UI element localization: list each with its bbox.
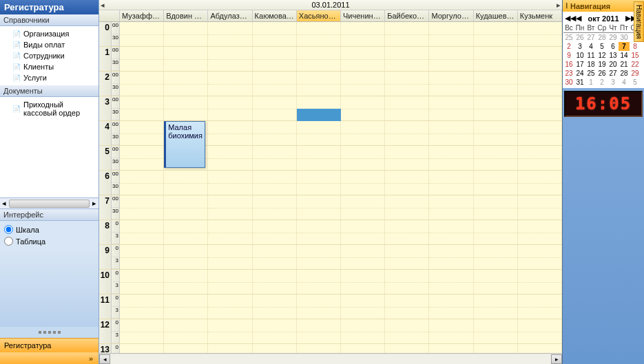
grid-cell[interactable] — [385, 344, 429, 353]
grid-cell[interactable] — [385, 195, 429, 220]
cal-day[interactable]: 5 — [630, 78, 641, 87]
grid-cell[interactable] — [429, 319, 473, 343]
column-header[interactable]: Чиченина Ли... — [341, 10, 385, 21]
grid-cell[interactable] — [429, 245, 473, 269]
grid-cell[interactable] — [341, 344, 385, 353]
view-table-radio[interactable]: Таблица — [3, 235, 96, 247]
grid-cell[interactable] — [208, 96, 252, 120]
grid-cell[interactable] — [253, 220, 297, 244]
grid-cell[interactable] — [164, 22, 208, 46]
grid-cell[interactable] — [429, 22, 473, 46]
cal-day[interactable]: 18 — [585, 60, 596, 69]
grid-cell[interactable] — [429, 344, 473, 353]
grid-cell[interactable] — [297, 72, 341, 96]
hscroll-left-icon[interactable]: ◂ — [99, 354, 110, 364]
grid-cell[interactable] — [474, 121, 518, 145]
grid-cell[interactable] — [120, 319, 164, 343]
grid-cell[interactable] — [474, 270, 518, 294]
column-header[interactable]: Музаффархан... — [120, 10, 164, 21]
grid-cell[interactable] — [253, 72, 297, 96]
column-header[interactable]: Моргулова М... — [429, 10, 473, 21]
cal-day[interactable]: 15 — [630, 51, 641, 60]
grid-cell[interactable] — [474, 47, 518, 71]
grid-cell[interactable] — [164, 344, 208, 353]
hscroll-track[interactable] — [110, 354, 551, 364]
grid-cell[interactable] — [474, 344, 518, 353]
grid-cell[interactable] — [518, 295, 562, 319]
grid-cell[interactable] — [253, 319, 297, 343]
grid-cell[interactable] — [208, 195, 252, 220]
expand-arrow-icon[interactable]: » — [0, 352, 98, 364]
cal-day[interactable]: 29 — [630, 69, 641, 78]
grid-cell[interactable] — [120, 72, 164, 96]
cal-day[interactable]: 2 — [563, 42, 574, 51]
hscroll-right-icon[interactable]: ▸ — [551, 354, 562, 364]
tree-item[interactable]: Виды оплат — [0, 39, 98, 50]
grid-cell[interactable] — [341, 96, 385, 120]
cal-day[interactable]: 8 — [630, 42, 641, 51]
column-header[interactable]: Кудашева Ма... — [474, 10, 518, 21]
grid-cell[interactable] — [385, 220, 429, 244]
cal-day[interactable]: 11 — [585, 51, 596, 60]
grid-cell[interactable] — [297, 195, 341, 220]
grid-cell[interactable] — [341, 121, 385, 145]
grid-cell[interactable] — [208, 22, 252, 46]
tree-item[interactable]: Услуги — [0, 72, 98, 83]
grid-cell[interactable] — [385, 319, 429, 343]
date-next-icon[interactable]: ▸ — [557, 1, 561, 10]
cal-day[interactable]: 7 — [619, 42, 630, 51]
grid-cell[interactable] — [341, 195, 385, 220]
grid-cell[interactable] — [297, 47, 341, 71]
cal-day[interactable]: 27 — [607, 69, 619, 78]
column-header[interactable]: Байбекова Гу... — [385, 10, 429, 21]
grid-cell[interactable] — [341, 22, 385, 46]
cal-day[interactable]: 3 — [574, 42, 585, 51]
grid-cell[interactable] — [518, 319, 562, 343]
grid-cell[interactable] — [518, 171, 562, 195]
cal-day[interactable]: 23 — [563, 69, 574, 78]
cal-day[interactable]: 27 — [585, 33, 596, 42]
tree-item[interactable]: Организация — [0, 28, 98, 39]
grid-cell[interactable] — [164, 47, 208, 71]
grid-cell[interactable] — [474, 220, 518, 244]
grid-cell[interactable] — [429, 295, 473, 319]
schedule-grid[interactable]: 0003010030200303003040030500306003070030… — [99, 22, 562, 353]
cal-day[interactable]: 29 — [607, 33, 619, 42]
grid-cell[interactable] — [253, 344, 297, 353]
grid-cell[interactable] — [429, 96, 473, 120]
grid-cell[interactable] — [120, 146, 164, 170]
grid-cell[interactable] — [429, 195, 473, 220]
cal-day[interactable]: 10 — [574, 51, 585, 60]
cal-day[interactable]: 12 — [596, 51, 607, 60]
grid-cell[interactable] — [474, 319, 518, 343]
grid-cell[interactable] — [164, 319, 208, 343]
column-header[interactable]: Вдовин Дмит... — [164, 10, 208, 21]
grid-cell[interactable] — [120, 96, 164, 120]
grid-cell[interactable] — [297, 319, 341, 343]
cal-prev-icon[interactable]: ◀ — [576, 14, 581, 23]
grid-cell[interactable] — [474, 72, 518, 96]
grid-cell[interactable] — [474, 295, 518, 319]
selection-block[interactable] — [297, 109, 341, 121]
cal-day[interactable]: 21 — [619, 60, 630, 69]
grid-cell[interactable] — [164, 72, 208, 96]
tree-item[interactable]: Сотрудники — [0, 50, 98, 61]
grid-cell[interactable] — [341, 245, 385, 269]
grid-cell[interactable] — [341, 319, 385, 343]
grid-cell[interactable] — [253, 295, 297, 319]
grid-cell[interactable] — [341, 72, 385, 96]
grid-cell[interactable] — [474, 245, 518, 269]
cal-day[interactable]: 28 — [619, 69, 630, 78]
nav-side-tab[interactable]: Навигация — [634, 1, 644, 42]
tree-item[interactable]: Приходный кассовый ордер — [0, 99, 98, 118]
cal-day[interactable]: 26 — [574, 33, 585, 42]
cal-day[interactable]: 13 — [607, 51, 619, 60]
grid-cell[interactable] — [518, 220, 562, 244]
grid-cell[interactable] — [518, 245, 562, 269]
grid-cell[interactable] — [120, 47, 164, 71]
grid-cell[interactable] — [164, 245, 208, 269]
grid-cell[interactable] — [120, 270, 164, 294]
grid-cell[interactable] — [474, 22, 518, 46]
grid-cell[interactable] — [208, 47, 252, 71]
grid-cell[interactable] — [120, 22, 164, 46]
